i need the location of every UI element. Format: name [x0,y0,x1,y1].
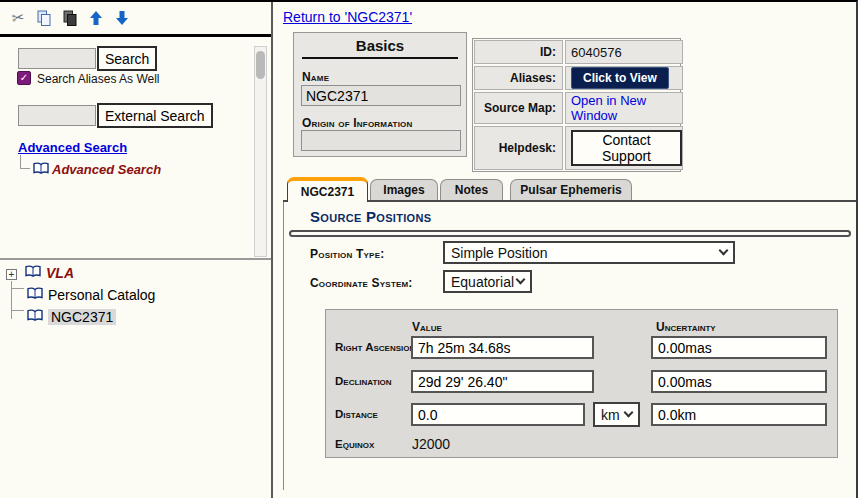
tab-ngc2371[interactable]: NGC2371 [287,177,368,202]
tree-expand-icon[interactable]: + [6,269,17,280]
tree-connector [11,310,24,311]
tree-item-label: NGC2371 [48,309,116,325]
coordinate-system-value: Equatorial [451,274,514,290]
tree-connector [11,288,24,289]
search-input[interactable] [18,48,96,69]
open-book-icon [27,286,43,304]
move-down-icon[interactable] [113,9,131,27]
advanced-search-link[interactable]: Advanced Search [18,140,127,155]
tree-connector [20,155,30,169]
tree-item-advanced-search[interactable]: Advanced Search [52,162,161,177]
tree-item-label: VLA [46,265,74,281]
declination-uncertainty-field[interactable] [651,370,827,393]
tab-bar: NGC2371 Images Notes Pulsar Ephemeris [283,177,856,202]
position-type-value: Simple Position [451,245,548,261]
uncertainty-header: Uncertainty [656,320,716,334]
paste-icon[interactable] [61,9,79,27]
helpdesk-label: Helpdesk: [474,126,563,170]
tab-pulsar-ephemeris[interactable]: Pulsar Ephemeris [510,179,632,200]
section-divider [289,230,851,237]
open-book-icon [33,161,49,179]
tab-baseline [283,200,856,202]
name-field[interactable] [301,85,461,106]
chevron-down-icon [624,408,634,418]
position-values-table: Value Uncertainty Right Ascension Declin… [325,309,838,458]
origin-field[interactable] [301,130,461,151]
catalog-tree: + VLA Personal Catalog NGC2371 [0,260,270,498]
id-value: 6040576 [565,40,683,64]
left-sidebar: ✂ Search ✓ Search Aliases As Well Extern… [0,2,272,498]
tree-item-vla[interactable]: VLA [25,264,74,282]
basics-title-underline [302,57,458,59]
declination-field[interactable] [411,370,594,393]
name-label: Name [302,70,329,84]
open-book-icon [27,308,43,326]
search-aliases-label: Search Aliases As Well [37,72,160,86]
id-label: ID: [474,40,563,64]
search-panel: Search ✓ Search Aliases As Well External… [0,37,272,258]
tree-item-label: Personal Catalog [48,287,155,303]
right-ascension-field[interactable] [411,336,594,359]
main-content: Return to 'NGC2371' Basics Name Origin o… [278,2,856,498]
source-info-table: ID: 6040576 Aliases: Click to View Sourc… [472,38,681,172]
tab-card-border [283,202,284,490]
distance-field[interactable] [411,403,585,426]
aliases-view-button[interactable]: Click to View [571,67,669,89]
toolbar: ✂ [0,2,272,34]
coordinate-system-label: Coordinate System: [310,276,413,290]
basics-panel: Basics Name Origin of Information [293,32,467,157]
move-up-icon[interactable] [87,9,105,27]
tab-notes[interactable]: Notes [440,179,503,200]
coordinate-system-select[interactable]: Equatorial [443,270,532,293]
contact-support-button[interactable]: Contact Support [571,130,682,166]
tree-connector [11,281,12,319]
position-type-label: Position Type: [310,247,384,261]
external-search-button[interactable]: External Search [97,103,213,128]
tab-images[interactable]: Images [370,179,438,200]
chevron-down-icon [516,275,526,285]
right-ascension-uncertainty-field[interactable] [651,336,827,359]
chevron-down-icon [719,246,729,256]
copy-icon[interactable] [35,9,53,27]
cut-icon[interactable]: ✂ [8,8,28,28]
value-header: Value [412,320,442,334]
basics-title: Basics [294,37,466,54]
declination-label: Declination [335,375,392,387]
distance-label: Distance [335,408,378,420]
position-type-select[interactable]: Simple Position [443,241,735,264]
sidebar-main-divider[interactable] [271,2,273,498]
right-ascension-label: Right Ascension [335,341,415,353]
search-button[interactable]: Search [97,46,157,71]
tree-item-personal-catalog[interactable]: Personal Catalog [27,286,155,304]
distance-unit-value: km [601,407,620,423]
open-book-icon [25,264,41,282]
distance-unit-select[interactable]: km [593,402,640,427]
equinox-label: Equinox [335,438,374,450]
source-positions-heading: Source Positions [310,208,431,225]
source-map-label: Source Map: [474,92,563,124]
origin-label: Origin of Information [302,116,413,130]
scrollbar-thumb[interactable] [256,51,265,79]
tree-item-ngc2371[interactable]: NGC2371 [27,308,116,326]
equinox-value: J2000 [412,436,450,452]
return-link[interactable]: Return to 'NGC2371' [283,9,412,25]
sidebar-scrollbar[interactable] [254,46,267,257]
distance-uncertainty-field[interactable] [651,403,827,426]
app-window: ✂ Search ✓ Search Aliases As Well Extern… [0,0,858,498]
source-map-link[interactable]: Open in New Window [571,93,682,123]
aliases-label: Aliases: [474,66,563,90]
search-aliases-checkbox[interactable]: ✓ [17,71,31,85]
external-search-input[interactable] [18,105,96,126]
